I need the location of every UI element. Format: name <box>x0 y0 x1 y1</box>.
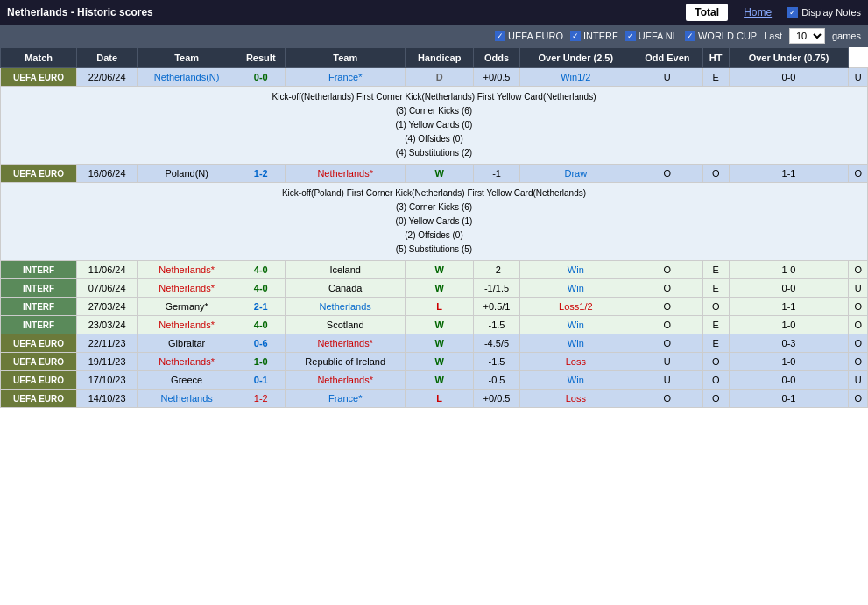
outcome-cell: W <box>406 371 474 390</box>
table-row: UEFA EURO 22/06/24 Netherlands(N) 0-0 Fr… <box>1 68 868 87</box>
handicap-cell: -2 <box>474 261 519 279</box>
ou-cell: U <box>632 371 702 390</box>
table-row: UEFA EURO 17/10/23 Greece 0-1 Netherland… <box>1 371 868 390</box>
table-row: INTERF 11/06/24 Netherlands* 4-0 Iceland… <box>1 261 868 279</box>
filter-world-cup-checkbox[interactable]: ✓ <box>685 31 695 41</box>
team1-cell[interactable]: Netherlands(N) <box>138 68 236 87</box>
date-cell: 14/10/23 <box>77 390 138 408</box>
ou75-cell: U <box>849 279 868 298</box>
ou-cell: O <box>632 334 702 353</box>
result-cell[interactable]: 1-2 <box>236 390 286 408</box>
team2-cell[interactable]: Scotland <box>286 316 406 334</box>
result-cell[interactable]: 4-0 <box>236 316 286 334</box>
team1-cell[interactable]: Netherlands* <box>138 316 236 334</box>
team1-cell[interactable]: Gibraltar <box>138 334 236 353</box>
display-notes-toggle[interactable]: ✓ Display Notes <box>787 7 861 18</box>
result-cell[interactable]: 0-6 <box>236 334 286 353</box>
team1-cell[interactable]: Netherlands* <box>138 353 236 371</box>
team2-cell[interactable]: France* <box>286 68 406 87</box>
filter-uefa-nl-checkbox[interactable]: ✓ <box>625 31 636 41</box>
result-cell[interactable]: 1-0 <box>236 353 286 371</box>
detail-row: Kick-off(Netherlands) First Corner Kick(… <box>1 87 868 165</box>
handicap-cell: +0/0.5 <box>474 68 519 87</box>
date-cell: 11/06/24 <box>77 261 138 279</box>
col-odds: Odds <box>474 48 519 68</box>
team2-cell[interactable]: France* <box>286 390 406 408</box>
result-cell[interactable]: 1-2 <box>236 165 286 183</box>
ht-cell: 0-3 <box>729 334 849 353</box>
oe-cell: O <box>702 390 729 408</box>
odds-cell: Draw <box>519 165 632 183</box>
odds-cell: Win1/2 <box>519 68 632 87</box>
oe-cell: O <box>702 371 729 390</box>
ou75-cell: U <box>849 68 868 87</box>
team1-cell[interactable]: Germany* <box>138 298 236 316</box>
detail-cell: Kick-off(Poland) First Corner Kick(Nethe… <box>1 183 868 261</box>
col-date: Date <box>77 48 138 68</box>
ou75-cell: O <box>849 353 868 371</box>
odds-cell: Win <box>519 279 632 298</box>
filter-uefa-euro[interactable]: ✓ UEFA EURO <box>495 31 563 41</box>
tab-total[interactable]: Total <box>686 4 728 21</box>
table-row: INTERF 23/03/24 Netherlands* 4-0 Scotlan… <box>1 316 868 334</box>
tab-home[interactable]: Home <box>735 4 780 21</box>
result-cell[interactable]: 0-1 <box>236 371 286 390</box>
odds-cell: Win <box>519 261 632 279</box>
outcome-cell: W <box>406 279 474 298</box>
oe-cell: E <box>702 316 729 334</box>
outcome-cell: W <box>406 334 474 353</box>
outcome-cell: W <box>406 165 474 183</box>
competition-cell: INTERF <box>1 298 77 316</box>
filter-interf-checkbox[interactable]: ✓ <box>570 31 581 41</box>
handicap-cell: -1 <box>474 165 519 183</box>
display-notes-label: Display Notes <box>801 7 861 18</box>
team2-cell[interactable]: Netherlands <box>286 298 406 316</box>
filter-uefa-nl[interactable]: ✓ UEFA NL <box>625 31 678 41</box>
ou75-cell: O <box>849 298 868 316</box>
team2-cell[interactable]: Netherlands* <box>286 165 406 183</box>
oe-cell: E <box>702 68 729 87</box>
last-select[interactable]: 10 20 30 <box>789 28 825 44</box>
team2-cell[interactable]: Netherlands* <box>286 334 406 353</box>
outcome-cell: L <box>406 298 474 316</box>
team1-cell[interactable]: Netherlands <box>138 390 236 408</box>
table-row: INTERF 27/03/24 Germany* 2-1 Netherlands… <box>1 298 868 316</box>
competition-cell: UEFA EURO <box>1 334 77 353</box>
last-label: Last <box>764 31 782 41</box>
team1-cell[interactable]: Poland(N) <box>138 165 236 183</box>
col-ht: HT <box>702 48 729 68</box>
competition-cell: INTERF <box>1 261 77 279</box>
result-cell[interactable]: 4-0 <box>236 261 286 279</box>
team2-cell[interactable]: Netherlands* <box>286 371 406 390</box>
filter-uefa-nl-label: UEFA NL <box>639 31 678 41</box>
filter-interf-label: INTERF <box>583 31 618 41</box>
filter-world-cup-label: WORLD CUP <box>698 31 757 41</box>
col-ou25: Over Under (2.5) <box>519 48 632 68</box>
filter-interf[interactable]: ✓ INTERF <box>570 31 618 41</box>
result-cell[interactable]: 0-0 <box>236 68 286 87</box>
display-notes-checkbox[interactable]: ✓ <box>787 7 798 18</box>
team2-cell[interactable]: Canada <box>286 279 406 298</box>
oe-cell: O <box>702 353 729 371</box>
team1-cell[interactable]: Greece <box>138 371 236 390</box>
table-row: INTERF 07/06/24 Netherlands* 4-0 Canada … <box>1 279 868 298</box>
table-row: UEFA EURO 22/11/23 Gibraltar 0-6 Netherl… <box>1 334 868 353</box>
col-match: Match <box>1 48 77 68</box>
filter-uefa-euro-checkbox[interactable]: ✓ <box>495 31 505 41</box>
competition-cell: UEFA EURO <box>1 390 77 408</box>
ou75-cell: O <box>849 261 868 279</box>
ht-cell: 0-0 <box>729 68 849 87</box>
team1-cell[interactable]: Netherlands* <box>138 279 236 298</box>
result-cell[interactable]: 2-1 <box>236 298 286 316</box>
filter-world-cup[interactable]: ✓ WORLD CUP <box>685 31 757 41</box>
team2-cell[interactable]: Iceland <box>286 261 406 279</box>
date-cell: 07/06/24 <box>77 279 138 298</box>
header-bar: Netherlands - Historic scores Total Home… <box>0 0 868 25</box>
ou-cell: O <box>632 261 702 279</box>
team1-cell[interactable]: Netherlands* <box>138 261 236 279</box>
handicap-cell: +0/0.5 <box>474 390 519 408</box>
team2-cell[interactable]: Republic of Ireland <box>286 353 406 371</box>
ou75-cell: O <box>849 390 868 408</box>
oe-cell: O <box>702 165 729 183</box>
result-cell[interactable]: 4-0 <box>236 279 286 298</box>
